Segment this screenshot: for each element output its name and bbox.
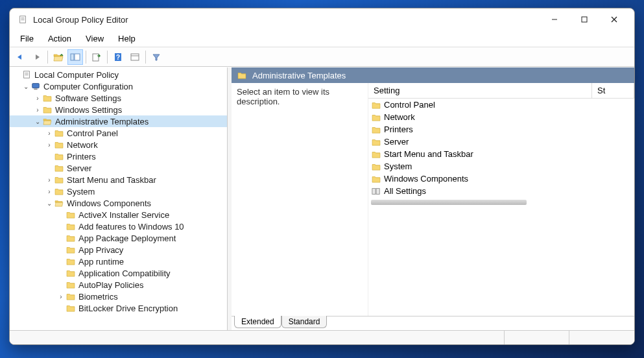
chevron-right-icon[interactable]: › (56, 292, 66, 301)
tree-wc-item[interactable]: App Package Deployment (10, 232, 227, 244)
folder-icon (54, 163, 64, 173)
expander-spacer (56, 280, 66, 289)
list-row[interactable]: System (368, 160, 634, 173)
horizontal-scrollbar[interactable] (371, 200, 527, 205)
list-item-label: Windows Components (384, 174, 468, 184)
tree-windows-components[interactable]: ⌄ Windows Components (10, 197, 227, 209)
list-row[interactable]: Windows Components (368, 173, 634, 185)
list-row-all-settings[interactable]: All Settings (368, 185, 634, 197)
status-seg (505, 331, 569, 344)
doc-icon (21, 70, 32, 79)
menu-action[interactable]: Action (42, 32, 78, 45)
list-row[interactable]: Printers (368, 123, 634, 136)
tab-extended[interactable]: Extended (234, 316, 281, 328)
tree-label: App Privacy (78, 245, 123, 255)
svg-rect-17 (131, 54, 139, 60)
filter-button[interactable] (149, 49, 164, 65)
svg-rect-12 (71, 54, 74, 60)
svg-rect-13 (75, 54, 80, 60)
tree-wc-item[interactable]: App runtime (10, 256, 227, 267)
tree-system[interactable]: › System (10, 185, 227, 197)
tree-printers[interactable]: Printers (10, 150, 227, 162)
tree-network[interactable]: › Network (10, 139, 227, 150)
chevron-right-icon[interactable]: › (33, 105, 42, 114)
folder-icon (66, 233, 76, 243)
status-main (10, 331, 505, 344)
chevron-right-icon[interactable]: › (45, 187, 54, 196)
chevron-down-icon[interactable]: ⌄ (45, 198, 54, 208)
list-row[interactable]: Server (368, 136, 634, 148)
tree-root[interactable]: Local Computer Policy (10, 69, 227, 80)
folder-icon (371, 137, 381, 147)
titlebar: Local Group Policy Editor (10, 8, 634, 30)
forward-button[interactable] (29, 49, 45, 65)
folder-icon (66, 292, 76, 301)
folder-icon (66, 245, 76, 254)
help-button[interactable]: ? (110, 49, 126, 65)
expander-spacer (45, 163, 54, 173)
tree-computer-config[interactable]: ⌄ Computer Configuration (10, 80, 227, 92)
tree-wc-item[interactable]: ›Biometrics (10, 291, 227, 302)
tree-admin-templates[interactable]: ⌄ Administrative Templates (10, 115, 227, 127)
settings-list[interactable]: Setting St Control PanelNetworkPrintersS… (368, 83, 634, 316)
col-state[interactable]: St (592, 83, 634, 98)
chevron-down-icon[interactable]: ⌄ (33, 117, 42, 126)
maximize-button[interactable] (569, 10, 599, 29)
menu-help[interactable]: Help (112, 32, 142, 45)
minimize-button[interactable] (540, 10, 569, 29)
toolbar: ? (10, 47, 634, 67)
up-button[interactable] (51, 49, 66, 65)
list-header: Setting St (368, 83, 634, 99)
tree-label: AutoPlay Policies (78, 280, 143, 290)
tree-label: Network (67, 140, 98, 150)
list-row[interactable]: Control Panel (368, 99, 634, 111)
description-panel: Select an item to view its description. (232, 83, 368, 316)
menu-view[interactable]: View (79, 32, 110, 45)
chevron-right-icon[interactable]: › (45, 128, 54, 137)
list-item-label: Start Menu and Taskbar (384, 149, 473, 159)
properties-button[interactable] (127, 49, 143, 65)
back-button[interactable] (12, 49, 28, 65)
svg-rect-9 (582, 17, 587, 22)
tab-strip: Extended Standard (232, 316, 634, 330)
folder-icon (54, 175, 64, 184)
col-setting[interactable]: Setting (368, 83, 592, 98)
tree-server[interactable]: Server (10, 162, 227, 174)
tree-software-settings[interactable]: › Software Settings (10, 92, 227, 104)
chevron-down-icon[interactable]: ⌄ (21, 82, 30, 91)
tree-control-panel[interactable]: › Control Panel (10, 127, 227, 139)
tree-label: App runtime (78, 257, 124, 267)
tree-start-menu[interactable]: › Start Menu and Taskbar (10, 174, 227, 185)
list-item-label: Printers (384, 125, 413, 134)
expander-spacer (45, 152, 54, 161)
chevron-right-icon[interactable]: › (45, 175, 54, 184)
tree-windows-settings[interactable]: › Windows Settings (10, 104, 227, 115)
folder-icon (66, 304, 76, 313)
chevron-right-icon[interactable]: › (45, 140, 54, 149)
tree-wc-item[interactable]: AutoPlay Policies (10, 279, 227, 291)
expander-spacer (56, 268, 66, 278)
tree-wc-item[interactable]: App Privacy (10, 244, 227, 256)
folder-icon (54, 140, 64, 149)
computer-icon (30, 82, 41, 91)
folder-icon (371, 162, 381, 171)
expander-spacer (56, 210, 66, 219)
list-row[interactable]: Start Menu and Taskbar (368, 148, 634, 160)
export-button[interactable] (89, 49, 104, 65)
tree-wc-item[interactable]: BitLocker Drive Encryption (10, 302, 227, 314)
tree-wc-item[interactable]: Application Compatibility (10, 267, 227, 279)
menu-file[interactable]: File (14, 32, 40, 45)
list-item-label: Server (384, 137, 409, 147)
settings-icon (371, 187, 381, 196)
tree-pane[interactable]: Local Computer Policy ⌄ Computer Configu… (10, 67, 228, 330)
close-button[interactable] (599, 10, 629, 29)
tree-label: Start Menu and Taskbar (67, 175, 156, 185)
tab-standard[interactable]: Standard (281, 316, 328, 328)
chevron-right-icon[interactable]: › (33, 93, 42, 102)
expander-icon (12, 70, 21, 79)
folder-icon (42, 93, 53, 102)
show-hide-tree-button[interactable] (67, 49, 83, 65)
list-row[interactable]: Network (368, 111, 634, 123)
tree-wc-item[interactable]: Add features to Windows 10 (10, 221, 227, 232)
tree-wc-item[interactable]: ActiveX Installer Service (10, 209, 227, 221)
